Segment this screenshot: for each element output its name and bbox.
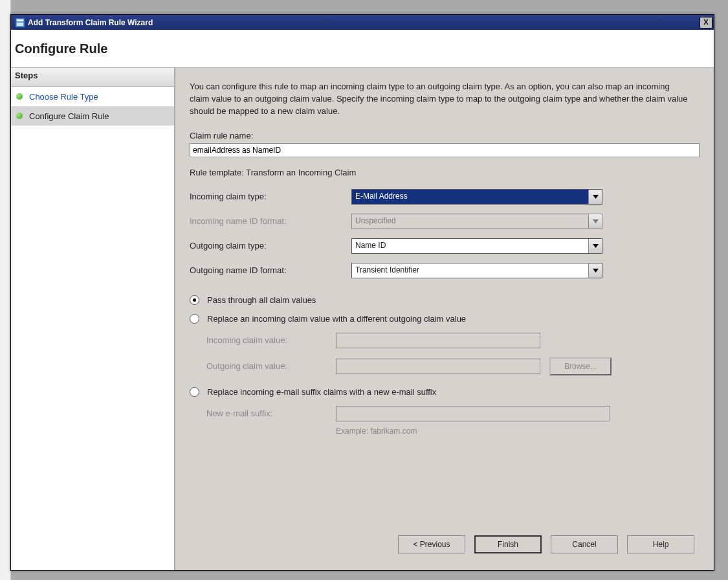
rule-template-text: Rule template: Transform an Incoming Cla… <box>190 168 700 177</box>
chevron-down-icon <box>588 263 602 278</box>
chevron-down-icon <box>588 190 602 204</box>
new-email-suffix-input <box>336 406 610 421</box>
main-panel: You can configure this rule to map an in… <box>175 68 714 570</box>
wizard-window: Add Transform Claim Rule Wizard X Config… <box>10 14 714 571</box>
rule-name-label: Claim rule name: <box>190 131 700 140</box>
steps-sidebar: Steps Choose Rule Type Configure Claim R… <box>11 68 175 570</box>
step-choose-rule-type[interactable]: Choose Rule Type <box>11 87 174 106</box>
radio-pass-through-label: Pass through all claim values <box>207 295 316 305</box>
incoming-claim-value-input <box>336 333 540 348</box>
help-button[interactable]: Help <box>627 535 694 553</box>
replace-suffix-block: New e-mail suffix: Example: fabrikam.com <box>206 406 700 436</box>
radio-pass-through[interactable] <box>190 295 199 305</box>
finish-button[interactable]: Finish <box>474 535 542 553</box>
svg-marker-5 <box>593 244 599 248</box>
step-configure-claim-rule[interactable]: Configure Claim Rule <box>11 106 174 126</box>
radio-replace-value-label: Replace an incoming claim value with a d… <box>207 314 466 324</box>
previous-button[interactable]: < Previous <box>398 535 465 553</box>
page-header: Configure Rule <box>11 30 714 68</box>
combo-value: E-Mail Address <box>352 190 588 204</box>
radio-replace-value[interactable] <box>190 314 199 324</box>
step-bullet-icon <box>16 113 23 119</box>
outgoing-claim-value-label: Outgoing claim value: <box>206 361 336 371</box>
outgoing-claim-type-label: Outgoing claim type: <box>190 241 351 251</box>
outgoing-name-id-format-combo[interactable]: Transient Identifier <box>351 263 602 278</box>
window-title: Add Transform Claim Rule Wizard <box>28 18 700 27</box>
page-title: Configure Rule <box>15 41 107 56</box>
radio-replace-suffix-label: Replace incoming e-mail suffix claims wi… <box>207 387 436 397</box>
incoming-name-id-format-label: Incoming name ID format: <box>190 216 351 226</box>
chevron-down-icon <box>588 214 602 229</box>
svg-marker-6 <box>593 269 599 273</box>
radio-replace-suffix[interactable] <box>190 387 199 397</box>
close-icon: X <box>703 18 708 26</box>
step-label: Configure Claim Rule <box>29 111 109 121</box>
close-button[interactable]: X <box>700 17 712 28</box>
incoming-claim-type-label: Incoming claim type: <box>190 192 351 201</box>
body: Steps Choose Rule Type Configure Claim R… <box>11 68 714 570</box>
suffix-example-text: Example: fabrikam.com <box>336 427 700 436</box>
svg-marker-3 <box>593 195 599 199</box>
outgoing-claim-value-input <box>336 359 540 374</box>
left-gutter <box>0 0 11 580</box>
cancel-button[interactable]: Cancel <box>551 535 618 553</box>
step-bullet-icon <box>16 93 23 100</box>
button-bar: < Previous Finish Cancel Help <box>190 524 700 570</box>
combo-value: Transient Identifier <box>352 263 588 278</box>
outgoing-claim-type-combo[interactable]: Name ID <box>351 238 602 254</box>
svg-rect-1 <box>17 19 23 21</box>
incoming-name-id-format-combo: Unspecified <box>351 214 602 229</box>
wizard-icon <box>15 17 25 28</box>
svg-marker-4 <box>593 219 599 223</box>
outgoing-name-id-format-label: Outgoing name ID format: <box>190 265 351 275</box>
step-label: Choose Rule Type <box>29 92 98 102</box>
incoming-claim-value-label: Incoming claim value: <box>206 335 336 345</box>
combo-value: Unspecified <box>352 214 588 229</box>
chevron-down-icon <box>588 239 602 253</box>
combo-value: Name ID <box>352 239 588 253</box>
replace-value-block: Incoming claim value: Outgoing claim val… <box>206 333 700 375</box>
steps-heading: Steps <box>11 68 174 87</box>
svg-rect-2 <box>17 23 23 26</box>
incoming-claim-type-combo[interactable]: E-Mail Address <box>351 189 602 205</box>
titlebar: Add Transform Claim Rule Wizard X <box>11 15 714 30</box>
rule-name-input[interactable] <box>190 143 700 157</box>
browse-button: Browse... <box>549 357 612 375</box>
new-email-suffix-label: New e-mail suffix: <box>206 408 336 418</box>
intro-text: You can configure this rule to map an in… <box>190 81 688 118</box>
